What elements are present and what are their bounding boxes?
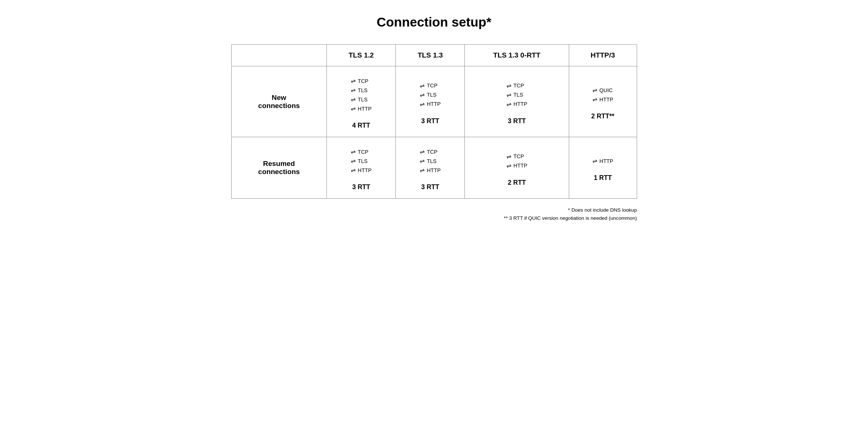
rtt-label: 3 RTT <box>336 183 387 191</box>
protocol-label: HTTP <box>599 97 613 103</box>
exchange-arrow-icon: ⇌ <box>506 162 511 169</box>
protocol-label: HTTP <box>599 158 613 164</box>
data-cell: ⇌QUIC⇌HTTP2 RTT** <box>569 66 637 137</box>
exchange-arrow-icon: ⇌ <box>506 91 511 98</box>
rtt-label: 3 RTT <box>405 183 456 191</box>
comparison-table: TLS 1.2 TLS 1.3 TLS 1.3 0-RTT HTTP/3 New… <box>231 44 637 199</box>
protocol-label: HTTP <box>513 163 528 169</box>
protocol-label: TCP <box>358 78 369 84</box>
protocol-label: TLS <box>358 87 367 93</box>
protocol-list: ⇌TCP⇌TLS⇌HTTP <box>420 145 441 177</box>
protocol-label: HTTP <box>358 106 372 112</box>
header-tls12: TLS 1.2 <box>327 45 396 66</box>
table-header: TLS 1.2 TLS 1.3 TLS 1.3 0-RTT HTTP/3 <box>231 45 637 66</box>
table-row: Resumedconnections⇌TCP⇌TLS⇌HTTP3 RTT⇌TCP… <box>231 137 637 199</box>
data-cell: ⇌TCP⇌TLS⇌HTTP3 RTT <box>327 137 396 199</box>
exchange-arrow-icon: ⇌ <box>420 82 425 89</box>
protocol-row: ⇌TLS <box>351 87 367 94</box>
row-label: Resumedconnections <box>231 137 327 199</box>
exchange-arrow-icon: ⇌ <box>351 167 356 174</box>
header-http3: HTTP/3 <box>569 45 637 66</box>
data-cell: ⇌TCP⇌TLS⇌HTTP3 RTT <box>396 66 465 137</box>
protocol-list: ⇌TCP⇌TLS⇌TLS⇌HTTP <box>351 74 372 116</box>
data-cell: ⇌HTTP1 RTT <box>569 137 637 199</box>
exchange-arrow-icon: ⇌ <box>420 148 425 155</box>
protocol-label: HTTP <box>513 101 528 107</box>
protocol-row: ⇌TLS <box>506 91 523 98</box>
protocol-row: ⇌HTTP <box>351 105 372 112</box>
protocol-row: ⇌HTTP <box>420 167 441 174</box>
protocol-label: TLS <box>358 97 367 103</box>
protocol-row: ⇌TCP <box>351 148 369 155</box>
protocol-row: ⇌TCP <box>420 82 438 89</box>
protocol-row: ⇌TLS <box>420 157 436 164</box>
exchange-arrow-icon: ⇌ <box>351 96 356 103</box>
rtt-label: 4 RTT <box>336 122 387 129</box>
exchange-arrow-icon: ⇌ <box>506 153 511 160</box>
protocol-row: ⇌TLS <box>351 157 367 164</box>
data-cell: ⇌TCP⇌TLS⇌TLS⇌HTTP4 RTT <box>327 66 396 137</box>
exchange-arrow-icon: ⇌ <box>420 157 425 164</box>
protocol-list: ⇌TCP⇌TLS⇌HTTP <box>420 79 441 111</box>
protocol-row: ⇌TLS <box>351 96 367 103</box>
protocol-label: TLS <box>427 92 436 98</box>
data-cell: ⇌TCP⇌HTTP2 RTT <box>465 137 569 199</box>
header-empty <box>231 45 327 66</box>
protocol-label: TCP <box>358 149 369 155</box>
exchange-arrow-icon: ⇌ <box>351 77 356 84</box>
protocol-list: ⇌QUIC⇌HTTP <box>592 83 613 107</box>
protocol-row: ⇌TCP <box>420 148 438 155</box>
protocol-label: TLS <box>513 92 523 98</box>
protocol-label: TCP <box>513 83 524 88</box>
exchange-arrow-icon: ⇌ <box>506 82 511 89</box>
rtt-label: 1 RTT <box>578 174 628 182</box>
footnote-1: * Does not include DNS lookup <box>231 206 637 214</box>
protocol-label: TCP <box>427 83 438 88</box>
protocol-label: TCP <box>427 149 438 155</box>
exchange-arrow-icon: ⇌ <box>592 96 597 103</box>
exchange-arrow-icon: ⇌ <box>420 167 425 174</box>
protocol-row: ⇌TCP <box>506 82 524 89</box>
protocol-row: ⇌HTTP <box>592 96 613 103</box>
footnote-2: ** 3 RTT if QUIC version negotiation is … <box>231 214 637 222</box>
protocol-row: ⇌HTTP <box>506 162 528 169</box>
header-tls13-0rtt: TLS 1.3 0-RTT <box>465 45 569 66</box>
exchange-arrow-icon: ⇌ <box>592 87 597 94</box>
exchange-arrow-icon: ⇌ <box>351 157 356 164</box>
exchange-arrow-icon: ⇌ <box>420 101 425 108</box>
protocol-row: ⇌HTTP <box>420 101 441 108</box>
exchange-arrow-icon: ⇌ <box>420 91 425 98</box>
protocol-row: ⇌TLS <box>420 91 436 98</box>
protocol-label: HTTP <box>427 167 441 173</box>
rtt-label: 3 RTT <box>474 117 560 125</box>
protocol-label: TLS <box>358 158 367 164</box>
exchange-arrow-icon: ⇌ <box>351 148 356 155</box>
exchange-arrow-icon: ⇌ <box>506 101 511 108</box>
protocol-row: ⇌HTTP <box>351 167 372 174</box>
protocol-list: ⇌HTTP <box>592 154 613 168</box>
protocol-label: HTTP <box>358 167 372 173</box>
header-row: TLS 1.2 TLS 1.3 TLS 1.3 0-RTT HTTP/3 <box>231 45 637 66</box>
rtt-label: 2 RTT** <box>578 112 628 120</box>
table-body: Newconnections⇌TCP⇌TLS⇌TLS⇌HTTP4 RTT⇌TCP… <box>231 66 637 199</box>
protocol-row: ⇌HTTP <box>592 157 613 164</box>
protocol-list: ⇌TCP⇌HTTP <box>506 149 528 173</box>
table-row: Newconnections⇌TCP⇌TLS⇌TLS⇌HTTP4 RTT⇌TCP… <box>231 66 637 137</box>
protocol-label: TCP <box>513 153 524 159</box>
protocol-row: ⇌QUIC <box>592 87 613 94</box>
page-title: Connection setup* <box>377 15 491 29</box>
header-tls13: TLS 1.3 <box>396 45 465 66</box>
rtt-label: 2 RTT <box>474 179 560 187</box>
footnotes: * Does not include DNS lookup ** 3 RTT i… <box>231 206 637 222</box>
protocol-list: ⇌TCP⇌TLS⇌HTTP <box>506 79 528 111</box>
exchange-arrow-icon: ⇌ <box>592 157 597 164</box>
protocol-row: ⇌TCP <box>506 153 524 160</box>
protocol-label: TLS <box>427 158 436 164</box>
exchange-arrow-icon: ⇌ <box>351 105 356 112</box>
data-cell: ⇌TCP⇌TLS⇌HTTP3 RTT <box>396 137 465 199</box>
rtt-label: 3 RTT <box>405 117 456 125</box>
protocol-row: ⇌TCP <box>351 77 369 84</box>
exchange-arrow-icon: ⇌ <box>351 87 356 94</box>
protocol-label: HTTP <box>427 101 441 107</box>
data-cell: ⇌TCP⇌TLS⇌HTTP3 RTT <box>465 66 569 137</box>
